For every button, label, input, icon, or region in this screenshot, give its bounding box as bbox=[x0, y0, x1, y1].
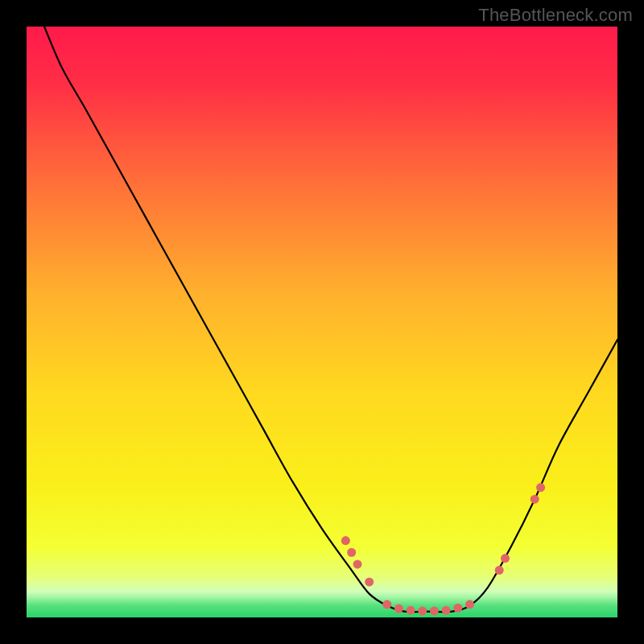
highlight-dot bbox=[365, 577, 374, 586]
highlight-dot bbox=[453, 604, 462, 613]
highlight-dot bbox=[442, 606, 451, 615]
highlight-dot bbox=[495, 566, 504, 575]
highlight-dot bbox=[382, 600, 391, 609]
highlight-dot bbox=[418, 606, 427, 615]
highlight-dot bbox=[407, 606, 415, 615]
highlight-dot bbox=[465, 600, 474, 609]
highlight-dot bbox=[430, 606, 439, 615]
highlight-dot bbox=[353, 559, 362, 568]
highlight-dot bbox=[394, 604, 403, 613]
chart-container: TheBottleneck.com bbox=[0, 0, 644, 644]
highlight-dot bbox=[530, 495, 539, 504]
highlight-dot bbox=[501, 554, 510, 563]
highlight-dot bbox=[536, 483, 545, 492]
highlight-dot bbox=[341, 536, 350, 545]
highlight-dot bbox=[347, 548, 356, 557]
watermark-text: TheBottleneck.com bbox=[478, 5, 633, 26]
plot-area bbox=[27, 27, 617, 617]
bottleneck-curve bbox=[27, 27, 617, 617]
